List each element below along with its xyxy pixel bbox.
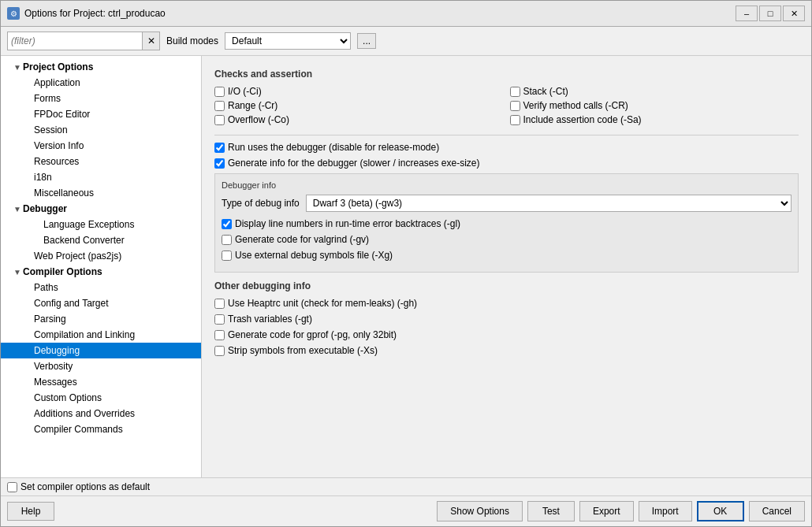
close-button[interactable]: ✕ bbox=[783, 6, 805, 21]
tree-label-debugger: Debugger bbox=[23, 203, 67, 214]
tree-item-debugging[interactable]: Debugging bbox=[1, 343, 201, 358]
label-overflow-co: Overflow (-Co) bbox=[228, 114, 289, 125]
checkbox-include-assertion[interactable] bbox=[510, 115, 520, 125]
ok-button[interactable]: OK bbox=[697, 501, 744, 521]
left-panel: ▼ Project Options Application Forms bbox=[1, 56, 202, 477]
footer-left: Help bbox=[7, 502, 54, 521]
tree-label-miscellaneous: Miscellaneous bbox=[34, 187, 94, 199]
checkbox-generate-info[interactable] bbox=[214, 158, 225, 169]
tree-label-resources: Resources bbox=[34, 156, 79, 167]
tree-item-compilation-and-linking[interactable]: Compilation and Linking bbox=[1, 327, 201, 343]
tree-item-compiler-options[interactable]: ▼ Compiler Options bbox=[1, 264, 201, 280]
checkbox-strip-symbols[interactable] bbox=[214, 346, 225, 356]
checkbox-io-ci[interactable] bbox=[214, 87, 225, 97]
checkbox-verify-method[interactable] bbox=[510, 101, 520, 111]
cancel-button[interactable]: Cancel bbox=[749, 501, 805, 521]
title-bar: ⚙ Options for Project: ctrl_producao – □… bbox=[1, 1, 811, 27]
tree-label-forms: Forms bbox=[34, 93, 61, 104]
bottom-bar: Set compiler options as default bbox=[1, 477, 811, 495]
tree-item-application[interactable]: Application bbox=[1, 75, 201, 91]
checkbox-stack-ct[interactable] bbox=[510, 87, 520, 97]
tree-label-language-exceptions: Language Exceptions bbox=[43, 219, 134, 230]
tree-item-session[interactable]: Session bbox=[1, 122, 201, 138]
valgrind-row: Generate code for valgrind (-gv) bbox=[222, 234, 792, 245]
label-verify-method: Verify method calls (-CR) bbox=[523, 100, 628, 111]
maximize-button[interactable]: □ bbox=[759, 6, 781, 21]
window-controls: – □ ✕ bbox=[736, 6, 805, 21]
tree-item-custom-options[interactable]: Custom Options bbox=[1, 390, 201, 406]
label-set-default: Set compiler options as default bbox=[20, 481, 150, 492]
checkbox-overflow-co[interactable] bbox=[214, 115, 225, 125]
tree-item-compiler-commands[interactable]: Compiler Commands bbox=[1, 421, 201, 437]
import-button[interactable]: Import bbox=[639, 501, 692, 521]
checkbox-trash[interactable] bbox=[214, 314, 225, 325]
check-include-assertion: Include assertion code (-Sa) bbox=[510, 114, 799, 125]
tree-item-messages[interactable]: Messages bbox=[1, 374, 201, 390]
tree-item-language-exceptions[interactable]: Language Exceptions bbox=[1, 217, 201, 232]
label-stack-ct: Stack (-Ct) bbox=[523, 86, 568, 97]
label-valgrind: Generate code for valgrind (-gv) bbox=[235, 234, 369, 245]
tree-item-project-options[interactable]: ▼ Project Options bbox=[1, 59, 201, 75]
tree-label-custom-options: Custom Options bbox=[34, 392, 102, 403]
tree-item-version-info[interactable]: Version Info bbox=[1, 138, 201, 154]
debug-type-select[interactable]: Dwarf 3 (beta) (-gw3) Dwarf 2 (-gw2) Dwa… bbox=[306, 195, 792, 212]
debugger-info-section: Debugger info Type of debug info Dwarf 3… bbox=[214, 173, 799, 273]
debug-type-label: Type of debug info bbox=[222, 198, 300, 209]
filter-input[interactable] bbox=[8, 34, 142, 48]
other-debug-section: Other debugging info Use Heaptrc unit (c… bbox=[214, 280, 799, 356]
tree-label-web-project: Web Project (pas2js) bbox=[34, 251, 121, 262]
tree-item-fpdoc-editor[interactable]: FPDoc Editor bbox=[1, 106, 201, 122]
help-button[interactable]: Help bbox=[7, 502, 54, 521]
checkbox-gprof[interactable] bbox=[214, 330, 225, 340]
export-button[interactable]: Export bbox=[579, 501, 634, 521]
expand-icon: ▼ bbox=[12, 268, 23, 276]
checkbox-run-debugger[interactable] bbox=[214, 143, 225, 153]
expand-icon: ▼ bbox=[12, 63, 23, 72]
test-button[interactable]: Test bbox=[527, 501, 575, 521]
tree-label-application: Application bbox=[34, 77, 80, 88]
tree-item-miscellaneous[interactable]: Miscellaneous bbox=[1, 185, 201, 201]
tree-label-session: Session bbox=[34, 124, 68, 135]
tree-item-debugger[interactable]: ▼ Debugger bbox=[1, 201, 201, 217]
checkbox-set-default[interactable] bbox=[7, 482, 17, 492]
tree-label-debugging: Debugging bbox=[34, 345, 80, 356]
label-run-debugger: Run uses the debugger (disable for relea… bbox=[228, 142, 439, 153]
tree-label-paths: Paths bbox=[34, 282, 58, 293]
filter-input-container: ✕ bbox=[7, 32, 160, 50]
more-button[interactable]: ... bbox=[357, 33, 376, 49]
tree-item-i18n[interactable]: i18n bbox=[1, 169, 201, 185]
tree-label-messages: Messages bbox=[34, 377, 77, 388]
tree-item-web-project[interactable]: Web Project (pas2js) bbox=[1, 248, 201, 264]
checkbox-heaptrc[interactable] bbox=[214, 299, 225, 309]
minimize-button[interactable]: – bbox=[736, 6, 758, 21]
debugger-info-title: Debugger info bbox=[222, 180, 792, 190]
tree-item-paths[interactable]: Paths bbox=[1, 280, 201, 295]
tree-label-compiler-options: Compiler Options bbox=[23, 266, 102, 277]
tree-item-additions-and-overrides[interactable]: Additions and Overrides bbox=[1, 406, 201, 421]
filter-clear-button[interactable]: ✕ bbox=[142, 32, 159, 50]
tree-item-verbosity[interactable]: Verbosity bbox=[1, 358, 201, 374]
right-panel: Checks and assertion I/O (-Ci) Stack (-C… bbox=[202, 56, 811, 477]
checkbox-external-debug[interactable] bbox=[222, 251, 232, 261]
footer: Help Show Options Test Export Import OK … bbox=[1, 495, 811, 526]
tree-item-config-and-target[interactable]: Config and Target bbox=[1, 295, 201, 311]
build-modes-label: Build modes bbox=[166, 35, 218, 46]
tree-item-backend-converter[interactable]: Backend Converter bbox=[1, 232, 201, 248]
show-options-button[interactable]: Show Options bbox=[437, 501, 523, 521]
tree-label-backend-converter: Backend Converter bbox=[43, 235, 125, 246]
external-debug-row: Use external debug symbols file (-Xg) bbox=[222, 250, 792, 261]
tree-item-forms[interactable]: Forms bbox=[1, 91, 201, 106]
checkbox-display-line[interactable] bbox=[222, 219, 232, 229]
tree-item-resources[interactable]: Resources bbox=[1, 154, 201, 169]
heaptrc-row: Use Heaptrc unit (check for mem-leaks) (… bbox=[214, 298, 799, 309]
label-trash: Trash variables (-gt) bbox=[228, 314, 312, 325]
checkbox-range-cr[interactable] bbox=[214, 101, 225, 111]
build-mode-select[interactable]: Default bbox=[225, 32, 351, 50]
toolbar: ✕ Build modes Default ... bbox=[1, 27, 811, 56]
label-include-assertion: Include assertion code (-Sa) bbox=[523, 114, 642, 125]
label-heaptrc: Use Heaptrc unit (check for mem-leaks) (… bbox=[228, 298, 417, 309]
gprof-row: Generate code for gprof (-pg, only 32bit… bbox=[214, 329, 799, 340]
main-content: ▼ Project Options Application Forms bbox=[1, 56, 811, 477]
checkbox-valgrind[interactable] bbox=[222, 235, 232, 245]
tree-item-parsing[interactable]: Parsing bbox=[1, 311, 201, 327]
